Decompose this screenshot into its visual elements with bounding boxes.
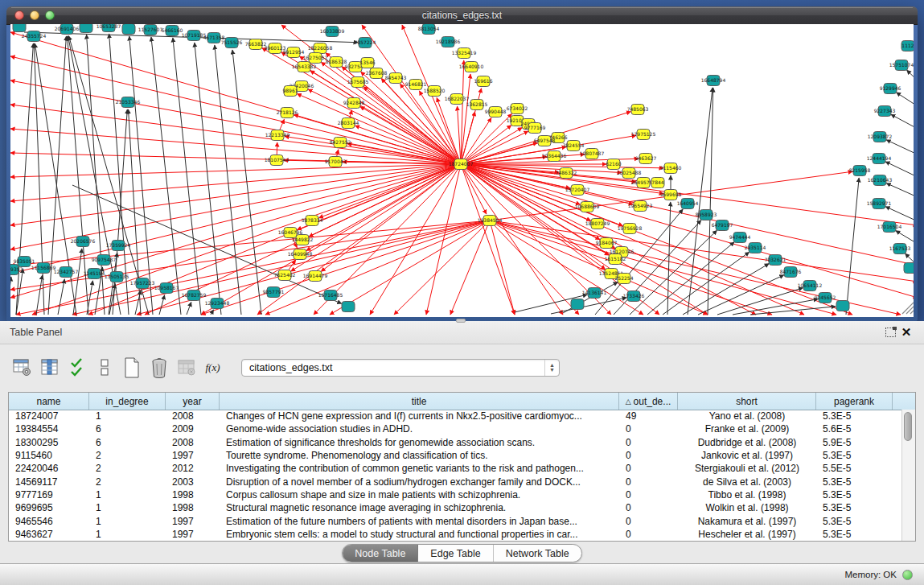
table-row[interactable]: 1872400712008Changes of HCN gene express… [9, 410, 902, 422]
table-select-dropdown[interactable]: citations_edges.txt ▲▼ [241, 359, 560, 377]
graph-node[interactable]: 9319353 [10, 265, 23, 275]
delete-table-button[interactable] [175, 357, 197, 379]
graph-node[interactable]: 90975487 [92, 255, 117, 266]
graph-node[interactable]: 9184067 [596, 238, 618, 249]
column-header-name[interactable]: name [9, 393, 89, 410]
table-row[interactable]: 911546021997Tourette syndrome. Phenomeno… [9, 449, 902, 462]
table-row[interactable]: 1938455462009Genome-wide association stu… [9, 422, 902, 435]
table-row[interactable]: 969969511998Structural magnetic resonanc… [9, 501, 902, 514]
graph-node[interactable]: 17957223 [130, 278, 155, 289]
graph-node[interactable]: 18107544 [265, 155, 290, 166]
minimize-window-button[interactable] [30, 10, 39, 20]
graph-node[interactable]: 11156869 [31, 263, 56, 274]
graph-node[interactable]: 252254 [615, 274, 634, 284]
tab-network-table[interactable]: Network Table [494, 545, 581, 562]
graph-node[interactable]: 18226058 [308, 43, 333, 54]
graph-node[interactable]: 8215958 [849, 166, 871, 176]
graph-node[interactable]: 9115460 [660, 163, 682, 174]
column-header-year[interactable]: year [166, 393, 220, 410]
graph-node[interactable]: 19654923 [628, 201, 653, 212]
graph-node[interactable]: 7625402 [274, 270, 296, 281]
resize-grip-icon[interactable] [910, 311, 914, 314]
graph-node[interactable]: 2367608 [366, 68, 388, 79]
tab-edge-table[interactable]: Edge Table [418, 545, 493, 562]
graph-node[interactable] [342, 302, 355, 312]
function-builder-button[interactable]: f(x) [203, 357, 224, 379]
graph-node[interactable]: 7844 [651, 178, 664, 188]
create-column-button[interactable] [121, 357, 142, 379]
graph-node[interactable]: 2718126 [277, 108, 298, 118]
graph-node[interactable]: 19218986 [436, 37, 461, 47]
graph-node[interactable]: 24355724 [22, 31, 47, 42]
graph-node[interactable]: 5878334 [302, 216, 323, 226]
graph-node[interactable]: 7857224 [355, 38, 376, 48]
graph-node[interactable]: 17975125 [631, 130, 656, 140]
graph-node[interactable]: 15716485 [318, 290, 343, 301]
graph-node[interactable]: 9170043 [325, 157, 347, 167]
graph-node[interactable]: 18807249 [585, 219, 610, 229]
graph-node[interactable] [13, 24, 26, 32]
graph-node[interactable]: 6466160 [162, 26, 183, 36]
graph-node[interactable]: 16782759 [182, 290, 207, 301]
graph-node[interactable]: 8958923 [696, 210, 717, 220]
vertical-scrollbar[interactable] [901, 410, 915, 541]
graph-node[interactable]: 8912954 [283, 47, 305, 58]
table-row[interactable]: 1456911722003Disruption of a novel membe… [9, 475, 902, 488]
table-row[interactable]: 2242004622012Investigating the contribut… [9, 462, 902, 475]
graph-node[interactable]: 9242848 [343, 98, 365, 109]
network-window-titlebar[interactable]: citations_edges.txt [6, 6, 918, 25]
graph-node[interactable]: 16543382 [292, 62, 317, 72]
column-header-in_degree[interactable]: in_degree [89, 393, 166, 410]
graph-node[interactable]: 16914479 [303, 271, 328, 282]
graph-node[interactable]: 10807487 [580, 149, 605, 159]
graph-node[interactable]: 8454743 [385, 73, 407, 84]
graph-node[interactable]: 6734022 [507, 104, 528, 114]
table-row[interactable]: 946362711997Embryonic stem cells: a mode… [9, 528, 902, 541]
graph-node[interactable]: 10025488 [617, 168, 642, 179]
scrollbar-thumb[interactable] [904, 412, 912, 441]
select-all-button[interactable] [66, 357, 88, 379]
graph-node[interactable]: 7663822 [245, 39, 267, 50]
graph-node[interactable]: 10688609 [575, 202, 600, 212]
table-row[interactable]: 946554611997Estimation of the future num… [9, 514, 902, 527]
graph-node[interactable]: 13505135 [105, 272, 129, 282]
graph-node[interactable]: 8813054 [418, 24, 440, 35]
table-row[interactable]: 977716911998Corpus callosum shape and si… [9, 488, 902, 501]
delete-column-button[interactable] [148, 357, 170, 379]
unselect-all-button[interactable] [93, 357, 115, 379]
graph-node[interactable]: 13325419 [452, 48, 477, 59]
graph-node[interactable]: 169616 [474, 76, 493, 87]
graph-node[interactable] [80, 24, 92, 33]
graph-node[interactable]: 16648794 [701, 76, 726, 86]
graph-node[interactable]: 8186328 [326, 57, 347, 68]
graph-node[interactable]: 98961 [282, 86, 298, 97]
graph-node[interactable] [904, 263, 914, 274]
graph-node[interactable]: 2803144 [338, 118, 359, 129]
tab-node-table[interactable]: Node Table [343, 545, 418, 562]
graph-node[interactable]: 7485063 [627, 105, 649, 115]
graph-node[interactable]: 7515526 [221, 38, 243, 48]
graph-node[interactable]: 1145194 [84, 269, 105, 279]
float-panel-button[interactable] [882, 324, 898, 340]
graph-node[interactable]: 10653287 [97, 24, 121, 32]
graph-node[interactable]: 16033809 [320, 27, 345, 37]
graph-node[interactable]: 62160 [606, 159, 621, 170]
zoom-window-button[interactable] [45, 10, 55, 20]
column-header-pagerank[interactable]: pagerank [816, 393, 893, 410]
graph-node[interactable]: 17016504 [877, 222, 902, 233]
graph-node[interactable]: 13546 [359, 58, 375, 68]
graph-node[interactable]: 12923448 [205, 299, 230, 309]
table-row[interactable]: 1830029562008Estimation of significance … [9, 436, 902, 449]
show-column-button[interactable] [39, 357, 60, 379]
table-mode-button[interactable] [11, 357, 33, 379]
graph-node[interactable]: 9474444 [729, 233, 751, 243]
graph-node[interactable]: 9699695 [660, 190, 682, 200]
citation-network-graph[interactable]: 1872400719384554766382289601238912954182… [10, 24, 914, 317]
graph-node[interactable]: 6479197 [712, 220, 733, 231]
graph-node[interactable]: 12444194 [867, 154, 892, 164]
graph-node[interactable]: 7486322 [556, 168, 577, 179]
graph-node[interactable]: 1733426 [623, 291, 645, 302]
graph-node[interactable]: 12342757 [54, 267, 79, 278]
network-canvas[interactable]: 1872400719384554766382289601238912954182… [10, 24, 914, 317]
graph-node[interactable]: 9857791 [263, 287, 285, 298]
